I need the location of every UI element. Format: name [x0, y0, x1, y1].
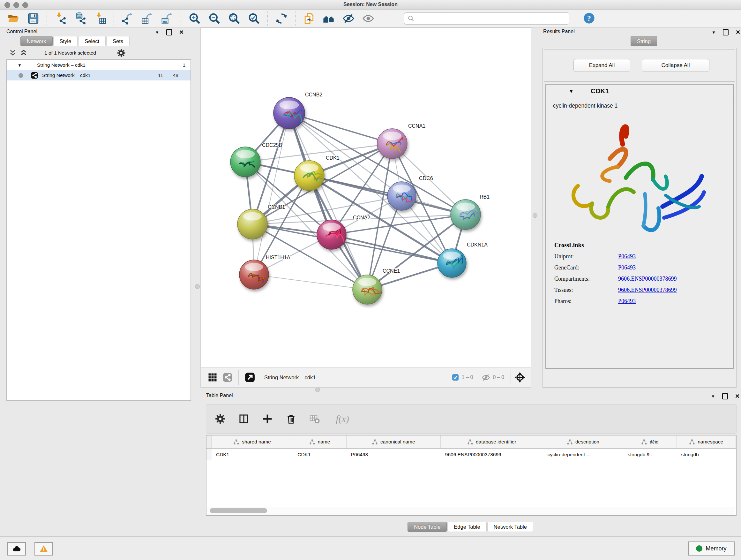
toolbar-imptab-button[interactable] — [92, 11, 108, 25]
search-box[interactable] — [404, 12, 569, 24]
network-options-button[interactable] — [117, 49, 126, 58]
close-panel-icon[interactable]: ✕ — [179, 29, 184, 36]
column-header-name[interactable]: name — [293, 435, 347, 448]
toolbar-refresh-button[interactable] — [274, 11, 289, 25]
create-column-button[interactable] — [260, 412, 274, 426]
table-cell[interactable]: P06493 — [347, 449, 441, 460]
toolbar-impdb-button[interactable] — [73, 11, 88, 25]
gene-entry-header[interactable]: ▼ CDK1 — [546, 84, 733, 99]
tab-network-table[interactable]: Network Table — [487, 522, 533, 532]
toolbar-houses-button[interactable] — [321, 11, 336, 25]
fit-selected-icon[interactable] — [514, 372, 526, 383]
node-HIST1H1A[interactable]: HIST1H1A — [239, 255, 290, 289]
toolbar-expnet-button[interactable] — [120, 11, 135, 25]
search-input[interactable] — [417, 16, 566, 22]
edge-CCNB2-CCNA1[interactable] — [289, 113, 392, 144]
memory-button[interactable]: Memory — [688, 542, 735, 556]
grid-view-icon[interactable] — [208, 373, 217, 382]
close-panel-icon[interactable]: ✕ — [735, 393, 740, 400]
network-row[interactable]: String Network – cdk1 11 48 — [7, 70, 191, 80]
edge-HIST1H1A-CCNE1[interactable] — [254, 274, 367, 290]
float-panel-icon[interactable] — [166, 29, 172, 36]
float-panel-icon[interactable] — [723, 29, 729, 36]
column-header-@id[interactable]: @id — [623, 435, 677, 448]
tab-node-table[interactable]: Node Table — [408, 522, 447, 532]
table-row[interactable]: CDK1CDK1P064939606.ENSP00000378699cyclin… — [206, 449, 736, 460]
collapse-all-button[interactable]: Collapse All — [642, 59, 710, 72]
hidden-eye-icon[interactable] — [482, 373, 490, 382]
warnings-button[interactable] — [35, 542, 53, 556]
left-splitter-handle[interactable] — [195, 284, 200, 289]
birdseye-view-icon[interactable] — [245, 372, 255, 383]
toolbar-magminus-button[interactable] — [207, 11, 222, 25]
node-CCNB1[interactable]: CCNB1 — [238, 204, 285, 239]
table-cell[interactable]: stringdb — [677, 449, 736, 460]
network-share-icon[interactable] — [222, 372, 232, 382]
crosslink-link[interactable]: P06493 — [618, 298, 636, 305]
horizontal-scrollbar[interactable] — [207, 507, 735, 515]
crosslink-label: Tissues: — [554, 287, 618, 294]
expand-all-button[interactable]: Expand All — [574, 59, 630, 72]
node-RB1[interactable]: RB1 — [451, 194, 489, 230]
tab-select[interactable]: Select — [78, 36, 106, 46]
tab-network[interactable]: Network — [20, 36, 53, 46]
collection-expander-icon[interactable]: ▼ — [17, 63, 22, 68]
tab-string[interactable]: String — [630, 36, 657, 46]
close-panel-icon[interactable]: ✕ — [736, 29, 740, 36]
float-menu-icon[interactable]: ▼ — [712, 30, 716, 35]
node-CCNA1[interactable]: CCNA1 — [377, 123, 425, 159]
tab-style[interactable]: Style — [53, 36, 78, 46]
column-header-description[interactable]: description — [543, 435, 623, 448]
selected-checkbox-icon[interactable] — [452, 374, 459, 381]
node-CDK1[interactable]: CDK1 — [294, 155, 340, 191]
delete-table-button[interactable] — [308, 412, 322, 426]
crosslink-link[interactable]: P06493 — [618, 264, 636, 271]
toolbar-eyegray-button[interactable] — [360, 11, 376, 25]
toolbar-open-button[interactable] — [6, 11, 21, 25]
toolbar-save-button[interactable] — [25, 11, 41, 25]
cloud-status-button[interactable] — [7, 542, 26, 556]
collection-label: String Network – cdk1 — [37, 62, 85, 68]
edge-CCNB2-CCNE1[interactable] — [289, 113, 367, 290]
bottom-splitter-handle[interactable] — [315, 387, 320, 392]
toolbar-expimg-button[interactable] — [159, 11, 175, 25]
toolbar-magfit-button[interactable] — [226, 11, 242, 25]
tab-sets[interactable]: Sets — [106, 36, 130, 46]
toolbar-docs-button[interactable] — [301, 11, 317, 25]
crosslink-link[interactable]: P06493 — [618, 253, 636, 260]
scrollbar-thumb[interactable] — [210, 508, 267, 513]
table-options-button[interactable] — [213, 412, 227, 426]
show-columns-button[interactable] — [237, 412, 251, 426]
toolbar-eyeoff-button[interactable] — [341, 11, 356, 25]
table-cell[interactable]: cyclin-dependent ... — [543, 449, 623, 460]
help-button[interactable] — [583, 12, 596, 25]
toolbar-magplus-button[interactable] — [187, 11, 202, 25]
table-cell[interactable]: CDK1 — [212, 449, 293, 460]
right-splitter-handle[interactable] — [533, 213, 537, 218]
crosslink-link[interactable]: 9606.ENSP00000378699 — [618, 287, 677, 294]
table-cell[interactable]: stringdb:9... — [623, 449, 677, 460]
network-collection-row[interactable]: ▼ String Network – cdk1 1 — [7, 60, 191, 70]
column-header-shared-name[interactable]: shared name — [212, 435, 293, 448]
node-CCNB2[interactable]: CCNB2 — [273, 92, 322, 129]
network-view[interactable]: CCNB2CCNA1CDC25BCDK1CDC6RB1CCNB1CCNA2CDK… — [200, 27, 531, 388]
tab-edge-table[interactable]: Edge Table — [448, 522, 486, 532]
crosslink-link[interactable]: 9606.ENSP00000378699 — [618, 275, 677, 282]
trash-icon — [286, 414, 296, 424]
delete-column-button[interactable] — [284, 412, 298, 426]
column-header-namespace[interactable]: namespace — [677, 435, 736, 448]
node-CDKN1A[interactable]: CDKN1A — [437, 242, 488, 277]
toolbar-impnet-button[interactable] — [53, 11, 68, 25]
float-menu-icon[interactable]: ▼ — [711, 394, 715, 399]
entry-expander-icon[interactable]: ▼ — [569, 89, 574, 94]
toolbar-magcheck-button[interactable] — [246, 11, 262, 25]
function-builder-button[interactable]: f(x) — [331, 412, 354, 426]
column-header-database-identifier[interactable]: database identifier — [441, 435, 543, 448]
float-panel-icon[interactable] — [722, 393, 728, 399]
column-header-canonical-name[interactable]: canonical name — [347, 435, 441, 448]
table-cell[interactable]: 9606.ENSP00000378699 — [441, 449, 543, 460]
table-cell[interactable]: CDK1 — [293, 449, 347, 460]
network-canvas[interactable]: CCNB2CCNA1CDC25BCDK1CDC6RB1CCNB1CCNA2CDK… — [201, 28, 530, 367]
float-menu-icon[interactable]: ▼ — [155, 30, 159, 35]
toolbar-exptab-button[interactable] — [140, 11, 155, 25]
